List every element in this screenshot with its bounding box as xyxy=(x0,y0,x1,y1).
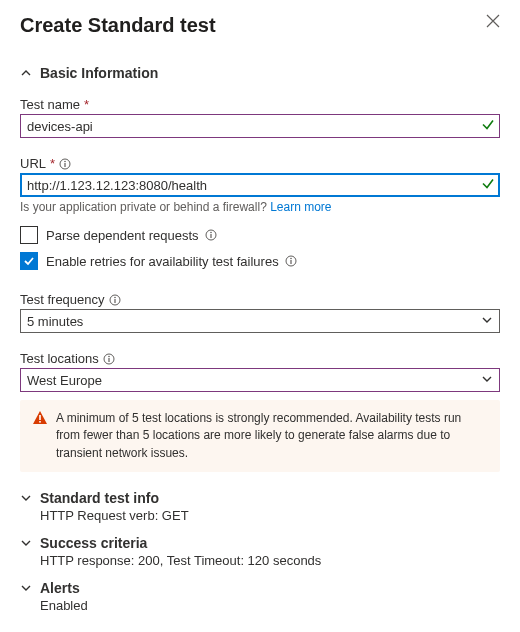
test-name-label: Test name * xyxy=(20,97,500,112)
svg-rect-15 xyxy=(39,415,41,420)
section-standard-test-info[interactable]: Standard test info xyxy=(20,490,500,506)
info-icon[interactable] xyxy=(103,353,115,365)
url-label: URL * xyxy=(20,156,500,171)
section-alerts[interactable]: Alerts xyxy=(20,580,500,596)
url-input[interactable]: http://1.123.12.123:8080/health xyxy=(20,173,500,197)
section-label: Basic Information xyxy=(40,65,158,81)
required-star: * xyxy=(50,156,55,171)
section-basic-info[interactable]: Basic Information xyxy=(20,65,500,81)
parse-requests-label: Parse dependent requests xyxy=(46,228,217,243)
svg-point-7 xyxy=(290,258,292,260)
chevron-down-icon xyxy=(481,373,493,388)
svg-rect-5 xyxy=(210,234,211,238)
frequency-label: Test frequency xyxy=(20,292,500,307)
section-label: Alerts xyxy=(40,580,80,596)
warning-icon xyxy=(32,410,48,462)
chevron-down-icon xyxy=(20,492,32,504)
page-title: Create Standard test xyxy=(20,14,216,37)
chevron-down-icon xyxy=(481,314,493,329)
section-label: Success criteria xyxy=(40,535,147,551)
close-icon[interactable] xyxy=(486,14,500,28)
enable-retries-label: Enable retries for availability test fai… xyxy=(46,254,297,269)
chevron-down-icon xyxy=(20,537,32,549)
chevron-down-icon xyxy=(20,582,32,594)
required-star: * xyxy=(84,97,89,112)
svg-point-4 xyxy=(210,232,212,234)
svg-rect-16 xyxy=(39,421,41,423)
chevron-up-icon xyxy=(20,67,32,79)
check-icon xyxy=(481,118,495,135)
info-icon[interactable] xyxy=(59,158,71,170)
learn-more-link[interactable]: Learn more xyxy=(270,200,331,214)
locations-warning: A minimum of 5 test locations is strongl… xyxy=(20,400,500,472)
section-success-criteria[interactable]: Success criteria xyxy=(20,535,500,551)
test-name-input[interactable]: devices-api xyxy=(20,114,500,138)
svg-rect-8 xyxy=(290,260,291,264)
info-icon[interactable] xyxy=(205,229,217,241)
frequency-select[interactable]: 5 minutes xyxy=(20,309,500,333)
locations-select[interactable]: West Europe xyxy=(20,368,500,392)
info-icon[interactable] xyxy=(109,294,121,306)
svg-rect-2 xyxy=(64,163,65,167)
enable-retries-checkbox[interactable] xyxy=(20,252,38,270)
svg-point-1 xyxy=(64,160,66,162)
url-hint: Is your application private or behind a … xyxy=(20,200,500,214)
check-icon xyxy=(481,177,495,194)
locations-label: Test locations xyxy=(20,351,500,366)
parse-requests-checkbox[interactable] xyxy=(20,226,38,244)
svg-point-13 xyxy=(108,355,110,357)
svg-point-10 xyxy=(114,296,116,298)
svg-rect-14 xyxy=(108,358,109,362)
alerts-body: Enabled xyxy=(20,598,500,613)
section-label: Standard test info xyxy=(40,490,159,506)
info-icon[interactable] xyxy=(285,255,297,267)
std-info-body: HTTP Request verb: GET xyxy=(20,508,500,523)
success-body: HTTP response: 200, Test Timeout: 120 se… xyxy=(20,553,500,568)
svg-rect-11 xyxy=(114,299,115,303)
